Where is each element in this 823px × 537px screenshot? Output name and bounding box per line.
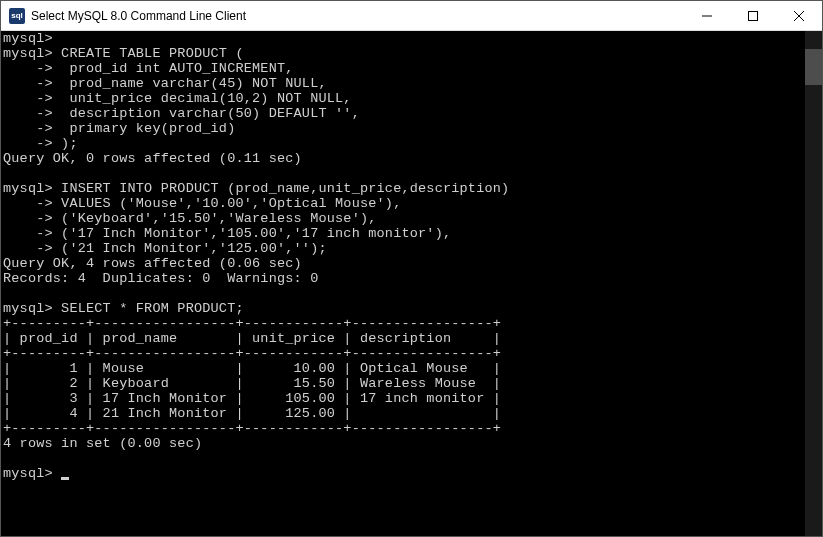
terminal-line: Query OK, 0 rows affected (0.11 sec) xyxy=(3,151,302,166)
terminal-line: -> VALUES ('Mouse','10.00','Optical Mous… xyxy=(3,196,401,211)
terminal-area: mysql> mysql> CREATE TABLE PRODUCT ( -> … xyxy=(1,31,822,536)
scrollbar-track[interactable] xyxy=(805,31,822,536)
terminal-line: | 4 | 21 Inch Monitor | 125.00 | | xyxy=(3,406,501,421)
close-button[interactable] xyxy=(776,1,822,30)
minimize-button[interactable] xyxy=(684,1,730,30)
terminal-line: 4 rows in set (0.00 sec) xyxy=(3,436,202,451)
terminal-line: +---------+-----------------+-----------… xyxy=(3,421,501,436)
terminal-line: -> ('Keyboard','15.50','Wareless Mouse')… xyxy=(3,211,377,226)
terminal-line: mysql> INSERT INTO PRODUCT (prod_name,un… xyxy=(3,181,509,196)
terminal-line: -> ('17 Inch Monitor','105.00','17 inch … xyxy=(3,226,451,241)
scrollbar-thumb[interactable] xyxy=(805,49,822,85)
terminal-line: -> unit_price decimal(10,2) NOT NULL, xyxy=(3,91,352,106)
app-icon: sql xyxy=(9,8,25,24)
terminal-output[interactable]: mysql> mysql> CREATE TABLE PRODUCT ( -> … xyxy=(1,31,822,536)
terminal-line: mysql> xyxy=(3,31,53,46)
terminal-line: +---------+-----------------+-----------… xyxy=(3,316,501,331)
window-controls xyxy=(684,1,822,30)
svg-rect-1 xyxy=(749,11,758,20)
terminal-line: mysql> SELECT * FROM PRODUCT; xyxy=(3,301,244,316)
cursor xyxy=(61,477,69,480)
terminal-line: -> ('21 Inch Monitor','125.00',''); xyxy=(3,241,327,256)
maximize-button[interactable] xyxy=(730,1,776,30)
terminal-line: | 3 | 17 Inch Monitor | 105.00 | 17 inch… xyxy=(3,391,501,406)
terminal-line: mysql> CREATE TABLE PRODUCT ( xyxy=(3,46,244,61)
window-title: Select MySQL 8.0 Command Line Client xyxy=(31,9,684,23)
terminal-line: +---------+-----------------+-----------… xyxy=(3,346,501,361)
terminal-line: -> description varchar(50) DEFAULT '', xyxy=(3,106,360,121)
terminal-line: | 1 | Mouse | 10.00 | Optical Mouse | xyxy=(3,361,501,376)
terminal-line: | 2 | Keyboard | 15.50 | Wareless Mouse … xyxy=(3,376,501,391)
terminal-line: | prod_id | prod_name | unit_price | des… xyxy=(3,331,501,346)
terminal-line: mysql> xyxy=(3,466,61,481)
terminal-line: -> ); xyxy=(3,136,78,151)
terminal-line: -> prod_id int AUTO_INCREMENT, xyxy=(3,61,294,76)
titlebar[interactable]: sql Select MySQL 8.0 Command Line Client xyxy=(1,1,822,31)
terminal-line: -> primary key(prod_id) xyxy=(3,121,235,136)
terminal-line: -> prod_name varchar(45) NOT NULL, xyxy=(3,76,327,91)
terminal-line: Records: 4 Duplicates: 0 Warnings: 0 xyxy=(3,271,318,286)
terminal-line: Query OK, 4 rows affected (0.06 sec) xyxy=(3,256,302,271)
